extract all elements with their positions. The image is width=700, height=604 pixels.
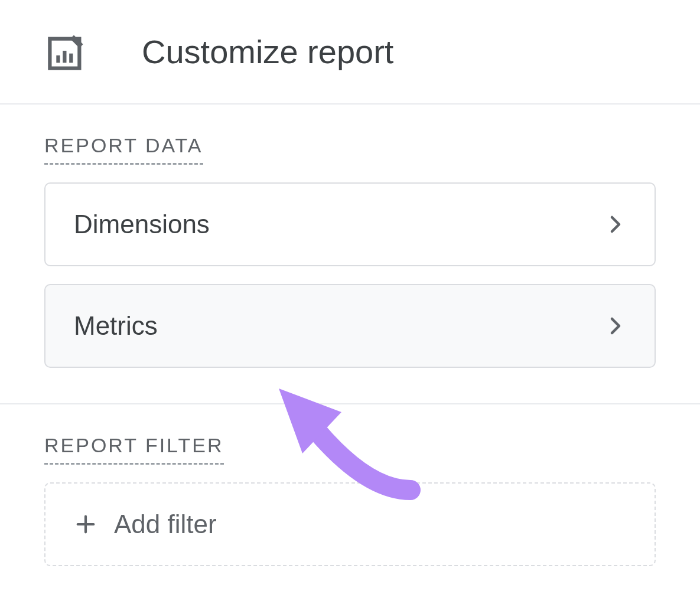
chevron-right-icon [605, 315, 626, 337]
add-filter-label: Add filter [114, 510, 217, 539]
report-data-label: REPORT DATA [44, 134, 203, 165]
chevron-right-icon [605, 214, 626, 235]
panel-header: Customize report [0, 0, 700, 103]
plus-icon [74, 512, 97, 536]
metrics-button[interactable]: Metrics [44, 284, 656, 368]
dimensions-label: Dimensions [74, 210, 210, 239]
add-filter-button[interactable]: Add filter [44, 482, 656, 566]
customize-report-icon [44, 30, 89, 74]
panel-title: Customize report [142, 32, 393, 71]
report-data-section: REPORT DATA Dimensions Metrics [0, 105, 700, 403]
svg-rect-3 [69, 54, 73, 63]
svg-rect-2 [63, 51, 66, 63]
dimensions-button[interactable]: Dimensions [44, 182, 656, 266]
report-filter-label: REPORT FILTER [44, 434, 224, 465]
metrics-label: Metrics [74, 311, 158, 341]
report-filter-section: REPORT FILTER Add filter [0, 404, 700, 584]
svg-rect-1 [56, 55, 60, 63]
